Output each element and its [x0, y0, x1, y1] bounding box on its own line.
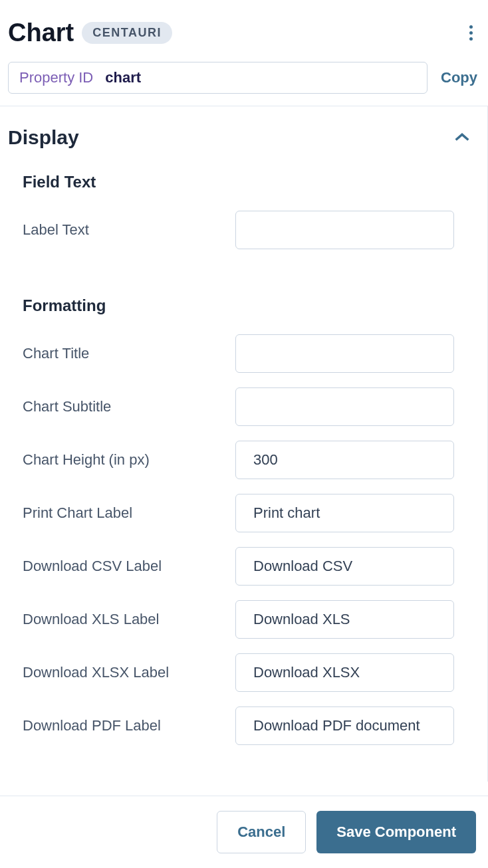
field-text-heading: Field Text [0, 165, 487, 203]
chart-title-label: Chart Title [23, 345, 235, 362]
component-badge: CENTAURI [82, 22, 172, 44]
save-component-button[interactable]: Save Component [316, 811, 476, 853]
chart-height-label: Chart Height (in px) [23, 451, 235, 469]
chevron-up-icon [453, 128, 471, 147]
chart-subtitle-row: Chart Subtitle [0, 380, 487, 433]
download-pdf-label: Download PDF Label [23, 717, 235, 734]
label-text-input[interactable] [235, 211, 454, 249]
header: Chart CENTAURI Property ID chart Copy [0, 0, 488, 106]
download-xls-label: Download XLS Label [23, 611, 235, 628]
chart-subtitle-label: Chart Subtitle [23, 398, 235, 415]
label-text-label: Label Text [23, 221, 235, 239]
print-chart-label: Print Chart Label [23, 504, 235, 522]
download-pdf-row: Download PDF Label [0, 699, 487, 752]
download-xls-input[interactable] [235, 600, 454, 639]
display-section-title: Display [8, 126, 79, 149]
more-vertical-icon[interactable] [464, 24, 477, 43]
chart-title-input[interactable] [235, 334, 454, 373]
download-csv-label: Download CSV Label [23, 558, 235, 575]
property-id-row: Property ID chart Copy [8, 62, 477, 94]
formatting-heading: Formatting [0, 288, 487, 327]
download-csv-input[interactable] [235, 547, 454, 586]
display-section-header[interactable]: Display [0, 106, 487, 165]
download-xlsx-row: Download XLSX Label [0, 646, 487, 699]
page-title: Chart [8, 19, 74, 47]
label-text-row: Label Text [0, 203, 487, 257]
property-id-label: Property ID [19, 69, 93, 86]
chart-height-input[interactable] [235, 441, 454, 479]
print-chart-row: Print Chart Label [0, 487, 487, 540]
title-row: Chart CENTAURI [8, 19, 477, 47]
download-csv-row: Download CSV Label [0, 540, 487, 593]
content-scroll: Display Field Text Label Text Formatting… [0, 106, 488, 782]
copy-button[interactable]: Copy [441, 69, 477, 86]
download-pdf-input[interactable] [235, 706, 454, 745]
property-id-value: chart [105, 69, 141, 86]
property-id-box[interactable]: Property ID chart [8, 62, 427, 94]
cancel-button[interactable]: Cancel [217, 811, 306, 853]
download-xls-row: Download XLS Label [0, 593, 487, 646]
chart-title-row: Chart Title [0, 327, 487, 380]
download-xlsx-input[interactable] [235, 653, 454, 692]
chart-height-row: Chart Height (in px) [0, 433, 487, 487]
download-xlsx-label: Download XLSX Label [23, 664, 235, 681]
footer: Cancel Save Component [0, 796, 488, 868]
chart-subtitle-input[interactable] [235, 387, 454, 426]
print-chart-input[interactable] [235, 494, 454, 532]
